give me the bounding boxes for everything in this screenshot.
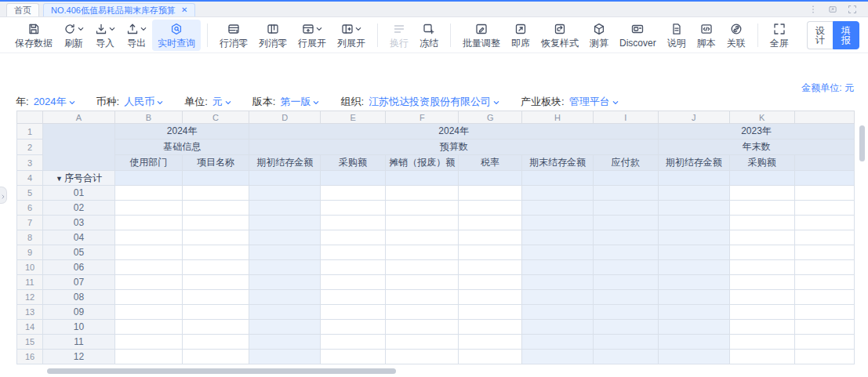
cell-K4[interactable] bbox=[729, 171, 794, 186]
cell-K14[interactable] bbox=[729, 320, 794, 335]
cell-J11[interactable] bbox=[659, 275, 730, 290]
cell-C9[interactable] bbox=[182, 245, 249, 260]
cell-B13[interactable] bbox=[114, 305, 182, 320]
cell-A13[interactable]: 09 bbox=[43, 305, 115, 320]
cell-A5[interactable]: 01 bbox=[43, 186, 115, 201]
cell-I6[interactable] bbox=[593, 201, 658, 216]
cell-I5[interactable] bbox=[593, 186, 658, 201]
column-header-F[interactable]: F bbox=[386, 111, 459, 124]
column-title-C[interactable]: 项目名称 bbox=[182, 155, 249, 171]
cell-D12[interactable] bbox=[249, 290, 321, 305]
cell-G15[interactable] bbox=[459, 335, 522, 350]
toolbar-button-batch-adjust[interactable]: 批量调整 bbox=[457, 20, 506, 51]
filter-value-dropdown[interactable]: 第一版 bbox=[280, 95, 319, 109]
cell-A11[interactable]: 07 bbox=[43, 275, 115, 290]
column-title-clipped[interactable] bbox=[794, 155, 854, 171]
cell-G13[interactable] bbox=[459, 305, 522, 320]
fit-window-icon[interactable] bbox=[828, 5, 837, 14]
column-title-G[interactable]: 税率 bbox=[459, 155, 522, 171]
cell-D16[interactable] bbox=[249, 350, 321, 364]
cell-H7[interactable] bbox=[522, 216, 594, 230]
cell-X10[interactable] bbox=[794, 260, 854, 275]
cell-K7[interactable] bbox=[729, 216, 794, 230]
cell-K6[interactable] bbox=[729, 201, 794, 216]
cell-C4[interactable] bbox=[182, 171, 249, 186]
cell-E11[interactable] bbox=[320, 275, 385, 290]
cell-B7[interactable] bbox=[114, 216, 182, 230]
merged-header-cell[interactable]: 年末数 bbox=[659, 140, 855, 155]
collapse-triangle-icon[interactable]: ▼ bbox=[56, 175, 63, 183]
cell-J13[interactable] bbox=[659, 305, 730, 320]
cell-H11[interactable] bbox=[522, 275, 594, 290]
row-header-12[interactable]: 12 bbox=[17, 290, 43, 305]
cell-I9[interactable] bbox=[593, 245, 658, 260]
cell-G14[interactable] bbox=[459, 320, 522, 335]
cell-C15[interactable] bbox=[182, 335, 249, 350]
cell-H6[interactable] bbox=[522, 201, 594, 216]
cell-A12[interactable]: 08 bbox=[43, 290, 115, 305]
cell-J9[interactable] bbox=[659, 245, 730, 260]
cell-A10[interactable]: 06 bbox=[43, 260, 115, 275]
cell-J5[interactable] bbox=[659, 186, 730, 201]
cell-J6[interactable] bbox=[659, 201, 730, 216]
cell-C6[interactable] bbox=[182, 201, 249, 216]
cell-D13[interactable] bbox=[249, 305, 321, 320]
toolbar-button-calculate[interactable]: 测算 bbox=[584, 20, 614, 51]
cell-C8[interactable] bbox=[182, 230, 249, 245]
column-header-H[interactable]: H bbox=[522, 111, 594, 124]
row-header-2[interactable]: 2 bbox=[17, 140, 43, 155]
cell-X13[interactable] bbox=[794, 305, 854, 320]
cell-I8[interactable] bbox=[593, 230, 658, 245]
cell-A6[interactable]: 02 bbox=[43, 201, 115, 216]
row-header-4[interactable]: 4 bbox=[17, 171, 43, 186]
toolbar-button-row-expand[interactable]: 行展开 bbox=[292, 20, 332, 51]
merged-cell-A1-A3[interactable] bbox=[43, 124, 115, 171]
cell-B12[interactable] bbox=[114, 290, 182, 305]
row-header-11[interactable]: 11 bbox=[17, 275, 43, 290]
column-header-A[interactable]: A bbox=[43, 111, 115, 124]
left-panel-expand-handle[interactable] bbox=[0, 187, 7, 204]
toolbar-button-discover[interactable]: Discover bbox=[614, 20, 662, 51]
cell-F6[interactable] bbox=[386, 201, 459, 216]
row-header-9[interactable]: 9 bbox=[17, 245, 43, 260]
column-title-H[interactable]: 期末结存金额 bbox=[522, 155, 594, 171]
cell-I12[interactable] bbox=[593, 290, 658, 305]
cell-H12[interactable] bbox=[522, 290, 594, 305]
toolbar-button-row-zero[interactable]: 行消零 bbox=[214, 20, 253, 51]
cell-H13[interactable] bbox=[522, 305, 594, 320]
cell-K13[interactable] bbox=[729, 305, 794, 320]
cell-I16[interactable] bbox=[593, 350, 658, 364]
toolbar-button-freeze[interactable]: 冻结 bbox=[414, 20, 444, 51]
cell-D5[interactable] bbox=[249, 186, 321, 201]
merged-header-cell[interactable]: 预算数 bbox=[249, 140, 659, 155]
cell-B11[interactable] bbox=[114, 275, 182, 290]
cell-X15[interactable] bbox=[794, 335, 854, 350]
cell-D9[interactable] bbox=[249, 245, 321, 260]
toolbar-button-realtime[interactable]: 实时查询 bbox=[152, 20, 201, 51]
cell-J15[interactable] bbox=[659, 335, 730, 350]
cell-B8[interactable] bbox=[114, 230, 182, 245]
cell-F7[interactable] bbox=[386, 216, 459, 230]
merged-header-cell[interactable]: 2023年 bbox=[659, 124, 855, 140]
cell-A14[interactable]: 10 bbox=[43, 320, 115, 335]
cell-I14[interactable] bbox=[593, 320, 658, 335]
cell-X6[interactable] bbox=[794, 201, 854, 216]
cell-X16[interactable] bbox=[794, 350, 854, 364]
cell-J8[interactable] bbox=[659, 230, 730, 245]
column-header-clipped[interactable] bbox=[794, 111, 854, 124]
cell-X11[interactable] bbox=[794, 275, 854, 290]
cell-B16[interactable] bbox=[114, 350, 182, 364]
toolbar-button-import[interactable]: 导入 bbox=[89, 20, 121, 51]
cell-K10[interactable] bbox=[729, 260, 794, 275]
column-header-G[interactable]: G bbox=[459, 111, 522, 124]
cell-X12[interactable] bbox=[794, 290, 854, 305]
row-header-15[interactable]: 15 bbox=[17, 335, 43, 350]
cell-C10[interactable] bbox=[182, 260, 249, 275]
cell-I15[interactable] bbox=[593, 335, 658, 350]
cell-A15[interactable]: 11 bbox=[43, 335, 115, 350]
cell-G7[interactable] bbox=[459, 216, 522, 230]
cell-B14[interactable] bbox=[114, 320, 182, 335]
cell-J16[interactable] bbox=[659, 350, 730, 364]
cell-C13[interactable] bbox=[182, 305, 249, 320]
tab-report[interactable]: NO.406低值易耗品期末库存预算✕ bbox=[43, 3, 195, 16]
